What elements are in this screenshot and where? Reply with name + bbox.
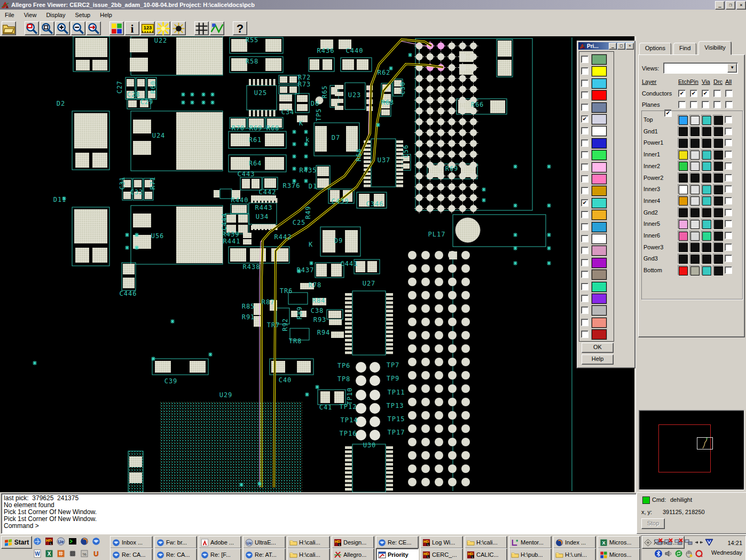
pcb-pad[interactable] [346, 126, 358, 152]
pcb-drill-pad[interactable] [421, 318, 430, 326]
zoom-points-button[interactable] [40, 21, 54, 35]
priority-color-swatch[interactable] [592, 270, 607, 280]
layer-power3-pin-cell[interactable] [689, 242, 700, 252]
taskbar-button[interactable]: Re: CE... [376, 536, 419, 549]
pcb-pin[interactable] [345, 310, 352, 312]
pcb-pin[interactable] [345, 484, 352, 486]
pcb-drill-pad[interactable] [408, 451, 417, 460]
pcb-via[interactable] [304, 179, 308, 183]
priority-row-checkbox[interactable] [581, 330, 588, 338]
pcb-drill-pad[interactable] [421, 438, 430, 446]
pcb-via[interactable] [304, 130, 308, 134]
bga-pad[interactable] [425, 84, 435, 94]
quicklaunch-tool[interactable]: % [79, 548, 90, 559]
bga-pad[interactable] [447, 106, 457, 116]
menu-display[interactable]: Display [41, 11, 70, 19]
pcb-refdes[interactable]: TP7 [387, 361, 400, 369]
priority-color-swatch[interactable] [592, 126, 607, 136]
pcb-pin[interactable] [255, 225, 257, 230]
pcb-pin[interactable] [251, 225, 253, 230]
pcb-pad[interactable] [92, 60, 107, 70]
pcb-testpoint[interactable] [356, 430, 366, 440]
pcb-drill-pad[interactable] [461, 344, 470, 353]
pcb-drill-pad[interactable] [421, 478, 430, 486]
pcb-refdes[interactable]: TP11 [388, 389, 405, 396]
pcb-drill-pad[interactable] [421, 411, 430, 420]
pcb-pin[interactable] [386, 326, 393, 329]
layer-power1-drc-cell[interactable] [713, 138, 723, 148]
conductors-via-checkbox[interactable]: ✔ [702, 90, 709, 97]
pcb-drill-pad[interactable] [448, 278, 457, 286]
pcb-via[interactable] [190, 100, 194, 105]
pcb-testpoint[interactable] [370, 416, 380, 427]
pcb-refdes[interactable]: R70 [232, 124, 245, 132]
pcb-drill-pad[interactable] [448, 344, 457, 353]
pcb-pin[interactable] [386, 335, 393, 337]
pcb-refdes[interactable]: C446 [120, 290, 137, 297]
bga-pad[interactable] [469, 149, 478, 159]
pcb-pin[interactable] [364, 180, 371, 183]
tab-find[interactable]: Find [673, 43, 696, 55]
bga-pad[interactable] [458, 204, 467, 214]
pcb-refdes[interactable]: C27 [116, 81, 123, 94]
layer-gnd1-drc-cell[interactable] [713, 126, 723, 136]
priority-row-checkbox[interactable] [581, 151, 588, 159]
pcb-testpoint[interactable] [370, 430, 380, 440]
layer-power1-etch-cell[interactable] [678, 138, 688, 148]
zoom-previous-button[interactable] [87, 21, 101, 35]
pcb-via[interactable] [292, 154, 296, 159]
pcb-refdes[interactable]: C441 [341, 260, 358, 267]
taskbar-button[interactable]: Mentor... [509, 536, 552, 549]
pcb-component-outline[interactable] [352, 291, 386, 355]
pcb-drill-pad[interactable] [435, 438, 443, 446]
pcb-drill-pad[interactable] [461, 278, 470, 286]
pcb-refdes[interactable]: D11 [53, 196, 67, 203]
layer-power2-all-checkbox[interactable] [725, 174, 732, 182]
pcb-via[interactable] [292, 167, 296, 171]
priority-row-checkbox[interactable] [581, 163, 588, 171]
pcb-testpoint[interactable] [370, 375, 380, 386]
pcb-refdes[interactable]: U27 [363, 280, 376, 287]
pcb-drill-pad[interactable] [448, 264, 457, 273]
pcb-drill-pad[interactable] [461, 371, 470, 380]
pcb-pin[interactable] [386, 455, 393, 458]
pcb-pad[interactable] [271, 248, 288, 262]
pcb-pad[interactable] [242, 179, 250, 188]
pcb-hatched-region[interactable] [160, 401, 302, 492]
planes-all-checkbox[interactable] [725, 101, 733, 108]
pcb-pad[interactable] [75, 153, 89, 168]
pcb-pad[interactable] [243, 239, 252, 244]
pcb-pad[interactable] [357, 59, 368, 70]
bga-pad[interactable] [447, 193, 457, 202]
pcb-via[interactable] [210, 100, 215, 105]
pcb-pad[interactable] [214, 190, 219, 198]
pcb-pin[interactable] [386, 293, 393, 296]
pcb-testpoint[interactable] [356, 403, 366, 414]
pcb-refdes[interactable]: TP16 [340, 430, 357, 437]
pcb-drill-pad[interactable] [408, 304, 417, 313]
pcb-via[interactable] [181, 92, 185, 97]
layer-inner2-all-checkbox[interactable] [725, 162, 732, 170]
pcb-pad[interactable] [176, 37, 223, 75]
pcb-pad[interactable] [329, 319, 342, 325]
pcb-pad[interactable] [134, 180, 142, 187]
taskbar-button[interactable]: Fw: br... [154, 536, 197, 549]
pcb-pad[interactable] [297, 361, 311, 373]
pcb-drill-pad[interactable] [448, 478, 457, 486]
tray-network-ok-icon[interactable] [685, 538, 693, 547]
pcb-refdes[interactable]: R440 [231, 196, 249, 204]
pcb-pin[interactable] [386, 484, 393, 486]
pcb-refdes[interactable]: TP13 [387, 402, 404, 409]
dialog-close-button[interactable]: ✕ [626, 43, 634, 50]
pcb-pad[interactable] [315, 126, 327, 152]
quicklaunch-ie[interactable] [32, 536, 43, 547]
priority-row-checkbox[interactable] [581, 319, 588, 326]
pcb-drill-pad[interactable] [461, 478, 470, 486]
pcb-refdes[interactable]: R84 [312, 297, 326, 304]
layer-gnd2-via-cell[interactable] [701, 207, 711, 217]
pcb-pad[interactable] [130, 58, 148, 72]
pcb-via[interactable] [482, 198, 486, 202]
tray-network-error-icon[interactable] [654, 538, 663, 547]
pcb-pin[interactable] [262, 198, 264, 203]
pcb-pad[interactable] [279, 94, 292, 101]
